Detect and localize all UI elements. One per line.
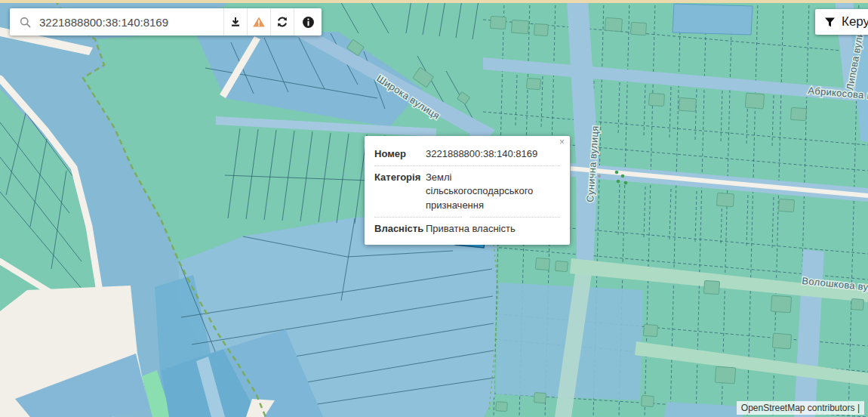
popup-close-button[interactable]: × bbox=[559, 137, 565, 147]
popup-callout-arrow bbox=[454, 209, 478, 221]
cadastral-map-app: Широка вулиця Сунична вулиця Абрикосова … bbox=[0, 0, 868, 417]
popup-value-ownership: Приватна власність bbox=[426, 222, 560, 236]
search-input[interactable] bbox=[38, 15, 223, 29]
warning-button[interactable] bbox=[247, 8, 270, 36]
download-button[interactable] bbox=[223, 8, 247, 36]
popup-row-ownership: Власність Приватна власність bbox=[374, 218, 560, 240]
popup-value-category: Землі сільськогосподарського призначення bbox=[426, 171, 560, 212]
map-top-edge-strip bbox=[0, 0, 868, 3]
popup-label-ownership: Власність bbox=[374, 222, 426, 236]
popup-label-number: Номер bbox=[374, 147, 426, 161]
info-button[interactable] bbox=[294, 8, 322, 36]
popup-row-number: Номер 3221888800:38:140:8169 bbox=[374, 143, 560, 166]
layers-control-label: Керування bbox=[842, 14, 868, 29]
search-icon bbox=[10, 17, 38, 28]
layers-control-button[interactable]: Керування bbox=[815, 9, 868, 35]
refresh-icon bbox=[276, 16, 288, 28]
refresh-button[interactable] bbox=[270, 8, 294, 36]
warning-icon bbox=[252, 16, 266, 28]
map-attribution: OpenStreetMap contributors | bbox=[737, 401, 864, 415]
popup-label-category: Категорія bbox=[374, 171, 426, 212]
parcel-info-popup: × Номер 3221888800:38:140:8169 Категорія… bbox=[365, 136, 570, 245]
download-icon bbox=[229, 16, 242, 28]
filter-icon bbox=[824, 17, 836, 28]
info-icon bbox=[302, 16, 315, 29]
popup-value-number: 3221888800:38:140:8169 bbox=[426, 147, 560, 161]
search-bar bbox=[10, 8, 322, 36]
